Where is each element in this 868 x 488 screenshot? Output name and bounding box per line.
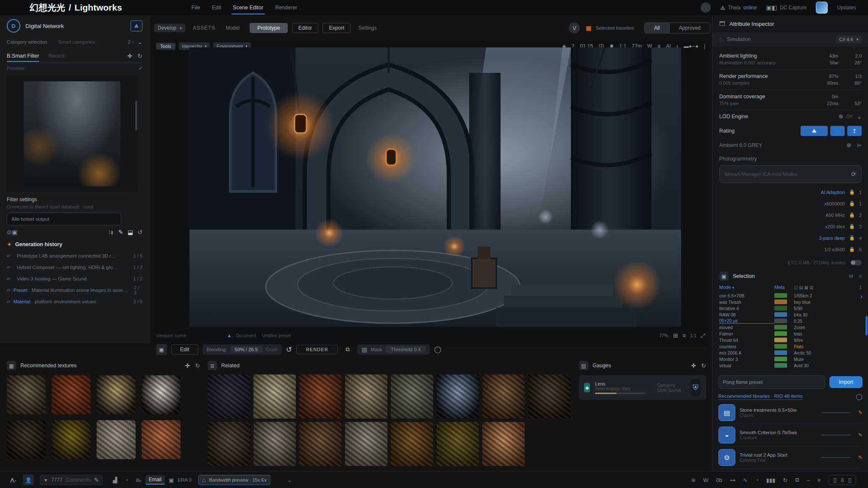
texture-tile[interactable] bbox=[391, 422, 433, 466]
lod-chevron-icon[interactable]: ⌄ bbox=[857, 113, 862, 120]
mini-row[interactable]: 3-pass deep 🔒 4 bbox=[719, 232, 862, 244]
col-meta[interactable]: Meta bbox=[774, 285, 794, 290]
selection-row[interactable]: moved Zoom bbox=[719, 324, 862, 330]
menu-item[interactable]: Scene Editor bbox=[233, 5, 264, 11]
texture-tile[interactable] bbox=[482, 422, 525, 466]
mask-value[interactable]: Threshold 0.4 bbox=[386, 346, 426, 353]
property-row[interactable]: Dominant coverage 0m 75% gain 22ms 53° bbox=[719, 90, 862, 110]
etc-toggle[interactable] bbox=[851, 260, 862, 265]
col-glyphs[interactable]: ◫ ▤ ▦ ▥ bbox=[794, 285, 813, 290]
col-mode[interactable]: Mode ▾ bbox=[719, 285, 774, 290]
export-button[interactable]: Export bbox=[323, 23, 351, 33]
add-gauge-icon[interactable]: ✛ bbox=[691, 362, 696, 369]
frame-range-group[interactable]: ▯ 8 ▯ bbox=[829, 475, 856, 485]
texture-tile[interactable] bbox=[482, 374, 525, 419]
texture-tile[interactable] bbox=[208, 374, 250, 419]
add-texture-icon[interactable]: ✛ bbox=[185, 362, 190, 369]
history-item[interactable]: ▱ Video 3 hosting — Game Sound 1 / 2 bbox=[7, 273, 142, 284]
selection-row[interactable]: virtual Avid 30 bbox=[719, 362, 862, 369]
history-item[interactable]: ▱ Preset: Material illumination scene im… bbox=[7, 284, 142, 296]
selection-next-chevron[interactable]: › bbox=[860, 293, 862, 300]
asset-search-input[interactable] bbox=[718, 375, 825, 389]
era-chip[interactable]: ERA 0 bbox=[178, 477, 192, 482]
viewport-tool-icon[interactable]: | bbox=[704, 43, 705, 49]
selection-m-button[interactable]: M bbox=[849, 274, 853, 279]
add-icon[interactable]: ✛ bbox=[128, 53, 133, 59]
property-row[interactable]: Render performance 87% 1/3 0.005 samples… bbox=[719, 69, 862, 90]
texture-tile[interactable] bbox=[52, 375, 91, 414]
expand-icon[interactable]: ⤢ bbox=[701, 332, 705, 339]
bandwidth-chip[interactable]: ⌂ Bandwidth preview · 15x Ex bbox=[198, 475, 270, 485]
category-selection-label[interactable]: Category selection bbox=[7, 39, 47, 44]
mini-row[interactable]: A50 MHz 🔒 2 bbox=[719, 209, 862, 221]
asset-item[interactable]: ▤ Stone treatments 6.5×50w Classic ✎ bbox=[718, 402, 862, 424]
status-icon[interactable]: W bbox=[703, 477, 708, 483]
texture-tile[interactable] bbox=[253, 374, 296, 419]
stream-refresh-icon[interactable]: ⟳ bbox=[851, 171, 856, 177]
texture-tile[interactable] bbox=[528, 374, 570, 419]
texture-tile[interactable] bbox=[142, 375, 181, 414]
check-icon[interactable]: ✓ bbox=[139, 66, 142, 71]
list-view-icon[interactable]: ≡ bbox=[682, 332, 686, 339]
selection-scrollbar[interactable] bbox=[865, 316, 868, 336]
recommended-libraries-link[interactable]: Recommended libraries · RIO 48 items bbox=[718, 394, 803, 400]
chart-icon[interactable]: ▟ bbox=[113, 477, 117, 483]
options-label[interactable]: Updates bbox=[837, 5, 856, 11]
sim-version-dropdown[interactable]: C# 4.4▾ bbox=[836, 36, 862, 43]
property-row[interactable]: Ambient lighting 43m 2.0 Illumination 0.… bbox=[719, 49, 862, 69]
status-icon[interactable]: ⧉ bbox=[795, 477, 799, 483]
selection-row[interactable]: counters Flats bbox=[719, 343, 862, 349]
reset-icon[interactable]: ↺ bbox=[286, 345, 292, 354]
status-icon[interactable]: 0b bbox=[716, 477, 722, 483]
viewport-3d-scene[interactable] bbox=[189, 47, 681, 327]
history-item[interactable]: ▱ Prototype L4B arrangement connected 3D… bbox=[7, 250, 142, 261]
team-status[interactable]: online bbox=[743, 5, 757, 11]
stream-input-box[interactable]: Stream Manager ICA mod Modes ⟳ bbox=[719, 165, 862, 183]
orange-grid-icon[interactable]: ▣ bbox=[169, 477, 174, 483]
refresh-textures-icon[interactable]: ↻ bbox=[195, 362, 200, 369]
texture-tile[interactable] bbox=[97, 420, 136, 459]
selection-row[interactable]: Falmer trias bbox=[719, 330, 862, 337]
app-store-icon[interactable] bbox=[816, 2, 828, 14]
history-item[interactable]: ▱ Hybrid Composer — set lighting, HDRi &… bbox=[7, 261, 142, 273]
selection-row[interactable]: Thrust 64 Wire bbox=[719, 337, 862, 343]
asset-item[interactable]: ⚙ Trivial rust 2 App Start Coloring Tria… bbox=[718, 446, 862, 469]
grid-orange-icon[interactable]: ▦ bbox=[586, 25, 591, 31]
status-icon[interactable]: ↻ bbox=[783, 477, 787, 483]
nav-prototype-active[interactable]: Prototype bbox=[250, 23, 288, 33]
email-chip[interactable]: Email bbox=[145, 475, 165, 485]
refresh-gauges-icon[interactable]: ↻ bbox=[701, 362, 706, 369]
zoom-value[interactable]: 77% bbox=[659, 333, 668, 338]
version-badge[interactable]: V bbox=[569, 22, 580, 33]
status-icon[interactable]: ‒ bbox=[807, 477, 810, 483]
preview-scrollbar[interactable] bbox=[135, 101, 137, 130]
menu-item[interactable]: File bbox=[192, 5, 200, 11]
status-icon[interactable]: ⊶ bbox=[730, 477, 735, 483]
menu-item[interactable]: Edit bbox=[212, 5, 221, 11]
menu-item[interactable]: Renderer bbox=[275, 5, 297, 11]
mini-row[interactable]: AI Adaption 🔒 1 bbox=[719, 186, 862, 198]
sort-badge[interactable]: 2 ↑ bbox=[128, 39, 134, 44]
font-tool-icon[interactable]: Λ· bbox=[10, 477, 17, 484]
asset-edit-icon[interactable]: ✎ bbox=[858, 432, 862, 438]
texture-tile[interactable] bbox=[142, 420, 181, 459]
texture-tile[interactable] bbox=[299, 422, 342, 466]
smart-categories-label[interactable]: Smart categories bbox=[58, 39, 95, 44]
blending-value[interactable]: 50% / 26.5 bbox=[231, 346, 262, 353]
selection-row[interactable]: Monitor 3 Mute bbox=[719, 356, 862, 362]
selection-row[interactable]: con 6.5×70B 1/55km 2 bbox=[719, 292, 862, 299]
asset-item[interactable]: ◒ Smooth Criterion 0.7b/5ws 1 texture ✎ bbox=[718, 424, 862, 446]
comments-group[interactable]: ▼ 7777 Comments ✎ bbox=[40, 475, 103, 485]
seg-all[interactable]: All bbox=[645, 23, 669, 33]
asset-edit-icon[interactable]: ✎ bbox=[858, 410, 862, 416]
texture-tile[interactable] bbox=[52, 420, 91, 459]
viewport-tool-icon[interactable]: ▬●─● bbox=[684, 43, 698, 49]
tools-tab[interactable]: Tools bbox=[156, 43, 175, 50]
develop-dropdown[interactable]: Develop▾ bbox=[154, 24, 185, 32]
chevron-down-icon[interactable]: ⌄ bbox=[137, 39, 142, 45]
pen-icon[interactable]: ✎ bbox=[118, 229, 123, 236]
mini-row[interactable]: x6000000 🔒 1 bbox=[719, 198, 862, 209]
bookmark-icon[interactable]: ⛰ bbox=[131, 20, 142, 31]
selection-row[interactable]: Iterative 4 5/90 bbox=[719, 305, 862, 311]
tab-recent[interactable]: Recent bbox=[48, 53, 64, 59]
